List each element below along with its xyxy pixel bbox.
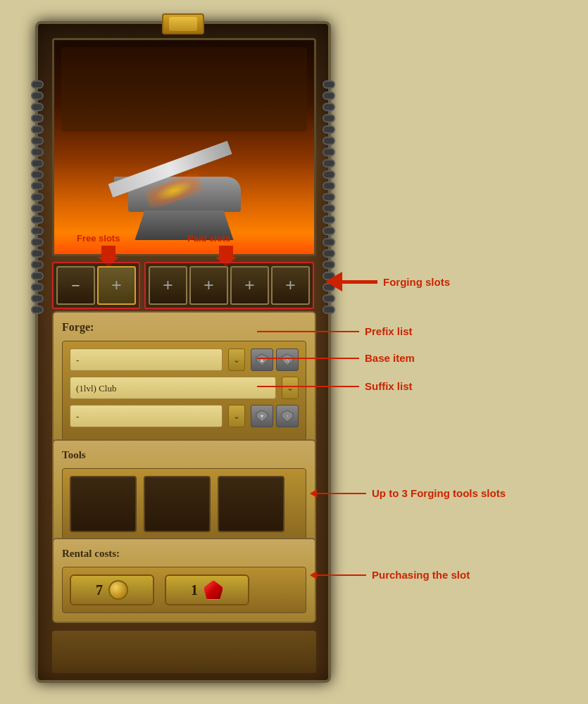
chain-link [31, 283, 44, 291]
chain-link [31, 272, 44, 280]
forging-slots-shaft [342, 280, 377, 284]
plus-icon-paid-3: + [244, 275, 255, 296]
svg-text:▼: ▼ [259, 413, 265, 420]
prefix-annotation: Prefix list [257, 325, 413, 337]
chain-left [31, 80, 44, 573]
forging-slots-area: − + + + + + [52, 262, 316, 309]
chain-link [31, 80, 44, 89]
prefix-dropdown[interactable]: - [70, 348, 223, 371]
tools-arrowhead [310, 489, 317, 498]
purchasing-label: Purchasing the slot [372, 569, 470, 581]
purchasing-annotation: Purchasing the slot [310, 569, 470, 581]
chain-link [323, 260, 335, 269]
chain-link [31, 294, 44, 303]
tools-shaft [317, 493, 366, 494]
chain-link [323, 125, 335, 134]
chain-link [31, 114, 44, 122]
forging-slot-paid-2[interactable]: + [189, 266, 228, 305]
chain-link [31, 103, 44, 111]
forging-slot-paid-1[interactable]: + [149, 266, 187, 305]
tools-annotation: Up to 3 Forging tools slots [310, 487, 506, 499]
chain-link [323, 159, 335, 168]
svg-text:↑: ↑ [286, 413, 289, 420]
rental-label: Rental costs: [62, 548, 306, 560]
base-item-label: Base item [365, 352, 415, 364]
tool-slot-1[interactable] [70, 476, 137, 532]
page-container: Free slots Paid slots − [0, 0, 588, 704]
chain-link [31, 249, 44, 258]
chain-link [323, 238, 335, 246]
chain-link [323, 249, 335, 258]
base-item-shaft [257, 358, 359, 359]
chain-link [31, 238, 44, 246]
chain-link [323, 204, 335, 213]
gem-cost-button[interactable]: 1 [165, 574, 249, 605]
chain-link [323, 193, 335, 201]
rental-section: Rental costs: 7 1 [52, 538, 316, 623]
coin-icon [108, 580, 128, 600]
prefix-dropdown-arrow[interactable]: ⌄ [228, 348, 245, 371]
suffix-icon-buttons: ▼ ↑ [251, 405, 299, 427]
chain-link [31, 204, 44, 213]
chain-link [31, 182, 44, 190]
chain-link [31, 193, 44, 201]
chain-link [31, 137, 44, 145]
forging-slots-label: Forging slots [383, 276, 450, 288]
chain-link [323, 227, 335, 235]
chain-link [323, 92, 335, 100]
plus-icon-paid-2: + [204, 275, 214, 296]
minus-icon: − [71, 277, 80, 295]
base-item-annotation: Base item [257, 352, 415, 364]
tools-inner [62, 468, 306, 540]
chain-link [323, 80, 335, 89]
chain-link [31, 92, 44, 100]
tools-section: Tools [52, 439, 316, 550]
gold-cost-button[interactable]: 7 [70, 574, 154, 605]
tools-label: Tools [62, 449, 306, 461]
chain-link [31, 215, 44, 224]
base-item-dropdown[interactable]: (1lvl) Club [70, 377, 276, 399]
forging-slot-paid-3[interactable]: + [230, 266, 269, 305]
forging-slot-minus[interactable]: − [56, 266, 95, 305]
paid-slots-group: + + + + [144, 262, 314, 309]
chain-link [323, 182, 335, 190]
chain-link [31, 148, 44, 156]
chain-link [31, 125, 44, 134]
paid-slots-label: Paid slots [187, 232, 230, 244]
forging-slots-annotation: Forging slots [325, 272, 450, 291]
chain-link [31, 159, 44, 168]
chain-link [323, 170, 335, 179]
tool-slot-2[interactable] [144, 476, 211, 532]
top-ornament [162, 13, 204, 34]
bottom-decoration [52, 631, 316, 673]
suffix-dropdown[interactable]: - [70, 405, 223, 427]
suffix-shaft [257, 386, 359, 387]
chain-link [31, 227, 44, 235]
chain-link [323, 294, 335, 303]
suffix-icon-2[interactable]: ↑ [276, 405, 299, 427]
chain-link [31, 170, 44, 179]
prefix-shaft [257, 331, 359, 332]
prefix-label: Prefix list [365, 325, 413, 337]
free-slots-group: − + [52, 262, 140, 309]
plus-icon-paid-4: + [285, 275, 296, 296]
forging-slot-paid-4[interactable]: + [271, 266, 310, 305]
suffix-annotation: Suffix list [257, 380, 413, 392]
chain-link [323, 137, 335, 145]
forging-slots-arrowhead [325, 272, 342, 291]
suffix-icon-1[interactable]: ▼ [251, 405, 273, 427]
free-slots-label: Free slots [77, 232, 120, 244]
chain-link [323, 306, 335, 314]
chain-link [323, 148, 335, 156]
chain-link [31, 260, 44, 269]
chain-link [31, 306, 44, 314]
plus-icon-paid-1: + [163, 275, 173, 296]
suffix-row: - ⌄ ▼ ↑ [70, 405, 299, 427]
forging-slot-plus-free[interactable]: + [97, 266, 136, 305]
tools-label-annot: Up to 3 Forging tools slots [372, 487, 506, 499]
blacksmith-image [52, 38, 316, 256]
tool-slot-3[interactable] [218, 476, 284, 532]
suffix-dropdown-arrow[interactable]: ⌄ [228, 405, 245, 427]
chain-link [323, 103, 335, 111]
plus-icon-free: + [111, 275, 122, 296]
